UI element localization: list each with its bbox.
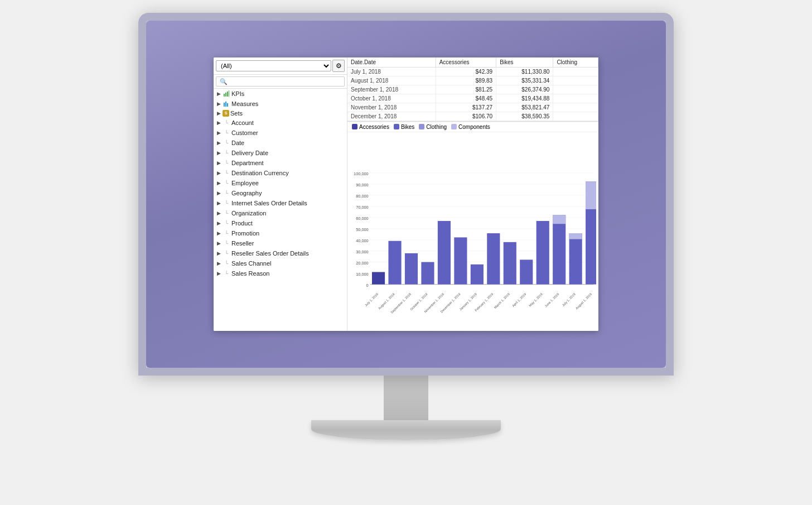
cell-clothing-4 (553, 94, 598, 103)
expand-arrow-organization: ▶ (216, 210, 221, 216)
field-item-destination-currency[interactable]: ▶ └ Destination Currency (214, 168, 347, 178)
monitor-base (311, 420, 501, 440)
bar-group-jul2018: July 1, 2018 (364, 272, 385, 307)
svg-rect-49 (536, 220, 549, 284)
legend-label-components: Components (458, 124, 490, 130)
sets-icon: S (223, 110, 229, 117)
field-item-internet-sales[interactable]: ▶ └ Internet Sales Order Details (214, 198, 347, 208)
expand-arrow-sales-reason: ▶ (216, 271, 221, 276)
legend-color-clothing (419, 124, 424, 129)
field-label-delivery-date: Delivery Date (231, 150, 268, 156)
svg-text:July 1, 2018: July 1, 2018 (364, 292, 379, 306)
dropdown-row: (All) ⚙ (214, 57, 347, 75)
expand-arrow-destination-currency: ▶ (216, 170, 221, 176)
field-item-geography[interactable]: ▶ └ Geography (214, 188, 347, 198)
field-item-kpis[interactable]: ▶ KPIs (214, 89, 347, 99)
field-item-delivery-date[interactable]: ▶ └ Delivery Date (214, 148, 347, 158)
chart-legend: Accessories Bikes Clothing Components (347, 122, 598, 132)
right-panel: Date.Date Accessories Bikes Clothing Jul… (347, 57, 598, 331)
field-item-reseller[interactable]: ▶ └ Reseller (214, 238, 347, 248)
svg-text:March 1, 2019: March 1, 2019 (494, 292, 510, 309)
monitor-body: (All) ⚙ ▶ KPIs (138, 13, 674, 376)
search-input[interactable] (216, 76, 345, 86)
dim-icon-delivery-date: └ (223, 149, 230, 157)
expand-arrow-sets: ▶ (216, 110, 221, 116)
expand-arrow-geography: ▶ (216, 190, 221, 196)
field-item-department[interactable]: ▶ └ Department (214, 158, 347, 168)
col-header-clothing: Clothing (553, 57, 598, 68)
field-label-geography: Geography (231, 190, 262, 196)
cell-bikes-3: $26,374.90 (496, 85, 553, 94)
dim-icon-department: └ (223, 159, 230, 167)
expand-arrow-customer: ▶ (216, 130, 221, 136)
svg-rect-5 (225, 102, 226, 107)
dim-icon-sales-reason: └ (223, 270, 230, 277)
svg-rect-43 (487, 233, 500, 285)
monitor-neck (384, 376, 428, 420)
field-item-reseller-sales[interactable]: ▶ └ Reseller Sales Order Details (214, 248, 347, 258)
field-item-date[interactable]: ▶ └ Date (214, 138, 347, 148)
field-label-product: Product (231, 220, 253, 227)
cell-date-2: August 1, 2018 (347, 76, 436, 85)
field-item-account[interactable]: ▶ └ Account (214, 118, 347, 128)
field-item-product[interactable]: ▶ └ Product (214, 218, 347, 228)
field-item-measures[interactable]: ▶ Measures (214, 99, 347, 109)
legend-color-accessories (352, 124, 357, 129)
field-label-account: Account (231, 119, 254, 126)
cell-clothing-2 (553, 76, 598, 85)
dim-icon-promotion: └ (223, 229, 230, 237)
dim-icon-destination-currency: └ (223, 169, 230, 177)
field-item-customer[interactable]: ▶ └ Customer (214, 128, 347, 138)
expand-arrow-sales-channel: ▶ (216, 261, 221, 266)
svg-rect-0 (224, 94, 225, 97)
field-label-reseller-sales: Reseller Sales Order Details (231, 250, 309, 257)
field-item-sales-reason[interactable]: ▶ └ Sales Reason (214, 268, 347, 278)
screen: (All) ⚙ ▶ KPIs (214, 57, 598, 331)
field-item-employee[interactable]: ▶ └ Employee (214, 178, 347, 188)
svg-rect-55 (569, 233, 582, 239)
expand-arrow-product: ▶ (216, 220, 221, 226)
field-label-internet-sales: Internet Sales Order Details (231, 200, 307, 206)
table-row: September 1, 2018 $81.25 $26,374.90 (347, 85, 598, 94)
svg-rect-3 (229, 90, 229, 97)
cell-acc-4: $48.45 (436, 94, 496, 103)
svg-rect-4 (224, 103, 225, 107)
svg-text:60,000: 60,000 (356, 215, 369, 220)
kpi-icon (223, 90, 230, 98)
expand-arrow-kpis: ▶ (216, 91, 221, 97)
expand-arrow-account: ▶ (216, 120, 221, 126)
field-item-organization[interactable]: ▶ └ Organization (214, 208, 347, 218)
svg-text:January 1, 2019: January 1, 2019 (459, 292, 477, 310)
cell-clothing-1 (553, 67, 598, 76)
legend-item-clothing: Clothing (419, 124, 447, 130)
field-label-promotion: Promotion (231, 230, 259, 237)
table-row: October 1, 2018 $48.45 $19,434.88 (347, 94, 598, 103)
chart-area: 100,000 90,000 80,000 70,000 60,000 50,0… (347, 132, 598, 331)
svg-text:0: 0 (366, 282, 369, 287)
field-label-destination-currency: Destination Currency (231, 170, 289, 176)
field-item-promotion[interactable]: ▶ └ Promotion (214, 228, 347, 238)
svg-rect-47 (520, 259, 533, 284)
svg-text:May 1, 2019: May 1, 2019 (528, 292, 543, 307)
dim-icon-customer: └ (223, 129, 230, 137)
data-table-container: Date.Date Accessories Bikes Clothing Jul… (347, 57, 598, 122)
dim-icon-internet-sales: └ (223, 199, 230, 207)
cell-acc-1: $42.39 (436, 67, 496, 76)
field-item-sales-channel[interactable]: ▶ └ Sales Channel (214, 258, 347, 268)
expand-arrow-delivery-date: ▶ (216, 150, 221, 156)
svg-rect-2 (227, 92, 228, 97)
svg-rect-35 (421, 262, 434, 284)
cell-date-5: November 1, 2018 (347, 103, 436, 112)
field-label-customer: Customer (231, 129, 258, 136)
field-label-department: Department (231, 160, 263, 166)
expand-arrow-measures: ▶ (216, 101, 221, 107)
svg-text:10,000: 10,000 (356, 271, 369, 276)
svg-rect-33 (405, 253, 418, 284)
field-item-sets[interactable]: ▶ S Sets (214, 109, 347, 118)
measures-icon (223, 100, 230, 108)
field-label-employee: Employee (231, 180, 259, 186)
field-label-kpis: KPIs (231, 90, 244, 97)
field-label-sales-channel: Sales Channel (231, 260, 272, 267)
gear-button[interactable]: ⚙ (332, 60, 345, 72)
field-dropdown[interactable]: (All) (216, 60, 331, 71)
